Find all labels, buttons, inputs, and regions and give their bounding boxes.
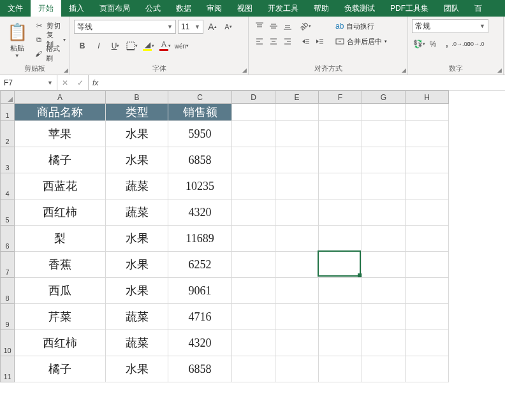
align-right-button[interactable] (281, 34, 295, 48)
ribbon-tab-0[interactable]: 文件 (0, 0, 31, 17)
cell[interactable]: 4716 (168, 304, 232, 330)
cell[interactable]: 芹菜 (15, 304, 106, 330)
cell[interactable]: 6858 (168, 147, 232, 173)
fx-label[interactable]: fx (89, 75, 102, 90)
cell[interactable] (319, 304, 362, 330)
formula-input[interactable] (102, 75, 505, 90)
cell[interactable] (275, 252, 319, 278)
italic-button[interactable]: I (91, 39, 107, 53)
cell[interactable] (275, 173, 319, 199)
cell[interactable] (406, 252, 449, 278)
row-header[interactable]: 5 (1, 199, 15, 226)
cell[interactable] (232, 199, 275, 226)
cell[interactable]: 9061 (168, 278, 232, 304)
cell[interactable] (319, 226, 362, 252)
name-box[interactable]: F7 ▼ (0, 75, 57, 90)
phonetic-button[interactable]: wén▾ (173, 39, 190, 53)
font-color-button[interactable]: A ▾ (157, 39, 173, 53)
cell[interactable] (406, 356, 449, 382)
row-header[interactable]: 9 (1, 304, 15, 330)
row-header[interactable]: 7 (1, 252, 15, 278)
cell[interactable] (319, 356, 362, 382)
cell[interactable]: 4320 (168, 330, 232, 356)
ribbon-tab-9[interactable]: 帮助 (306, 0, 337, 17)
cell[interactable] (275, 226, 319, 252)
align-bottom-button[interactable] (281, 19, 295, 33)
fill-color-button[interactable]: ◢ ▾ (140, 39, 157, 53)
cell[interactable] (232, 356, 275, 382)
cell[interactable] (319, 104, 362, 121)
number-format-select[interactable]: 常规 ▼ (412, 19, 488, 33)
ribbon-tab-5[interactable]: 数据 (168, 0, 199, 17)
cell[interactable] (362, 278, 406, 304)
cell[interactable] (232, 173, 275, 199)
cell[interactable] (362, 147, 406, 173)
increase-indent-button[interactable] (312, 34, 326, 48)
ribbon-tab-4[interactable]: 公式 (138, 0, 168, 17)
cell[interactable]: 6252 (168, 252, 232, 278)
grow-font-button[interactable]: A▴ (205, 20, 219, 34)
worksheet-grid[interactable]: ABCDEFGH1商品名称类型销售额2苹果水果59503橘子水果68584西蓝花… (0, 91, 505, 420)
cell[interactable]: 蔬菜 (106, 199, 168, 226)
cell[interactable]: 西红柿 (15, 199, 106, 226)
cell[interactable] (232, 121, 275, 147)
cell[interactable]: 水果 (106, 252, 168, 278)
cell[interactable] (406, 104, 449, 121)
cell[interactable] (406, 199, 449, 226)
decrease-indent-button[interactable] (298, 34, 312, 48)
cell[interactable] (232, 226, 275, 252)
cell[interactable] (319, 147, 362, 173)
font-name-select[interactable]: 等线 ▼ (74, 20, 176, 34)
column-header[interactable]: F (319, 91, 362, 104)
cell[interactable]: 蔬菜 (106, 304, 168, 330)
column-header[interactable]: B (106, 91, 168, 104)
cell[interactable]: 橘子 (15, 356, 106, 382)
cell[interactable] (275, 304, 319, 330)
cell[interactable] (319, 278, 362, 304)
cell[interactable]: 梨 (15, 226, 106, 252)
cell[interactable] (275, 330, 319, 356)
decrease-decimal-button[interactable]: .00→.0 (468, 37, 482, 51)
dialog-launcher-icon[interactable]: ◢ (64, 67, 68, 73)
cell[interactable]: 10235 (168, 173, 232, 199)
ribbon-tab-13[interactable]: 百 (467, 0, 490, 17)
cell[interactable]: 6858 (168, 356, 232, 382)
cell[interactable]: 蔬菜 (106, 173, 168, 199)
cell[interactable]: 5950 (168, 121, 232, 147)
cell[interactable] (362, 252, 406, 278)
cell[interactable] (362, 173, 406, 199)
dialog-launcher-icon[interactable]: ◢ (497, 67, 502, 73)
column-header[interactable]: G (362, 91, 406, 104)
cell[interactable]: 西蓝花 (15, 173, 106, 199)
cell[interactable]: 蔬菜 (106, 330, 168, 356)
ribbon-tab-2[interactable]: 插入 (61, 0, 92, 17)
ribbon-tab-7[interactable]: 视图 (230, 0, 260, 17)
column-header[interactable]: D (232, 91, 275, 104)
cell[interactable] (362, 330, 406, 356)
cell[interactable] (232, 147, 275, 173)
row-header[interactable]: 4 (1, 173, 15, 199)
dialog-launcher-icon[interactable]: ◢ (242, 67, 247, 73)
cell[interactable]: 销售额 (168, 104, 232, 121)
row-header[interactable]: 1 (1, 104, 15, 121)
cell[interactable]: 水果 (106, 147, 168, 173)
percent-button[interactable]: % (426, 37, 440, 51)
cell[interactable] (406, 226, 449, 252)
cell[interactable] (275, 104, 319, 121)
cell[interactable]: 西红柿 (15, 330, 106, 356)
align-left-button[interactable] (252, 34, 267, 48)
cell[interactable] (232, 252, 275, 278)
cell[interactable]: 类型 (106, 104, 168, 121)
cancel-formula-button[interactable]: ✕ (57, 76, 73, 90)
align-center-button[interactable] (267, 34, 281, 48)
column-header[interactable]: C (168, 91, 232, 104)
cell[interactable]: 水果 (106, 121, 168, 147)
cell[interactable] (362, 199, 406, 226)
cell[interactable] (362, 104, 406, 121)
cell[interactable]: 香蕉 (15, 252, 106, 278)
select-all-corner[interactable] (1, 91, 15, 104)
ribbon-tab-12[interactable]: 团队 (436, 0, 467, 17)
cell[interactable] (232, 304, 275, 330)
cell[interactable] (406, 330, 449, 356)
cell[interactable] (406, 121, 449, 147)
